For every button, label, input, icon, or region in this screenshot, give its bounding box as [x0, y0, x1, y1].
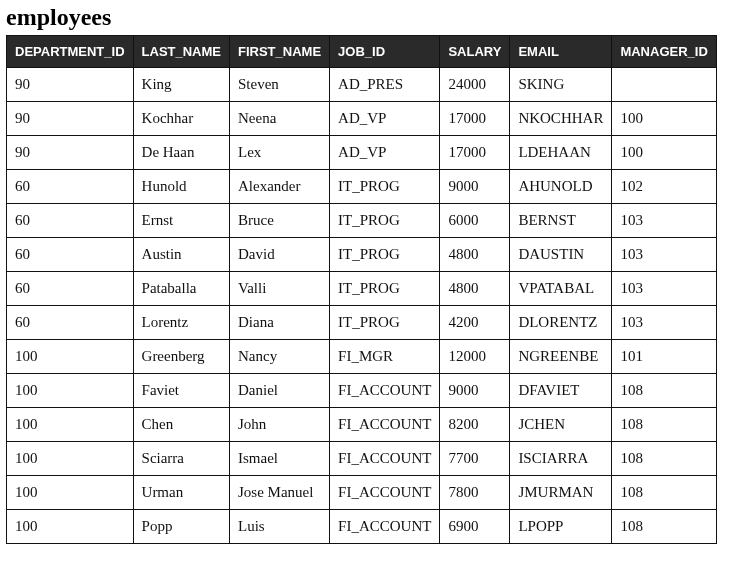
cell-email: NGREENBE [510, 340, 612, 374]
cell-salary: 6900 [440, 510, 510, 544]
cell-first-name: Daniel [230, 374, 330, 408]
table-row[interactable]: 100FavietDanielFI_ACCOUNT9000DFAVIET108 [7, 374, 717, 408]
cell-first-name: Alexander [230, 170, 330, 204]
cell-job-id: FI_ACCOUNT [330, 476, 440, 510]
cell-manager-id: 101 [612, 340, 716, 374]
cell-last-name: Hunold [133, 170, 229, 204]
col-last-name[interactable]: LAST_NAME [133, 36, 229, 68]
cell-first-name: Steven [230, 68, 330, 102]
cell-email: LPOPP [510, 510, 612, 544]
cell-job-id: IT_PROG [330, 170, 440, 204]
cell-email: ISCIARRA [510, 442, 612, 476]
cell-department-id: 100 [7, 374, 134, 408]
cell-last-name: King [133, 68, 229, 102]
cell-email: NKOCHHAR [510, 102, 612, 136]
table-row[interactable]: 60PataballaValliIT_PROG4800VPATABAL103 [7, 272, 717, 306]
cell-manager-id: 103 [612, 204, 716, 238]
cell-manager-id [612, 68, 716, 102]
cell-job-id: FI_ACCOUNT [330, 374, 440, 408]
cell-last-name: Pataballa [133, 272, 229, 306]
cell-manager-id: 108 [612, 476, 716, 510]
employees-table: DEPARTMENT_ID LAST_NAME FIRST_NAME JOB_I… [6, 35, 717, 544]
cell-department-id: 100 [7, 442, 134, 476]
cell-manager-id: 108 [612, 408, 716, 442]
cell-last-name: Kochhar [133, 102, 229, 136]
col-first-name[interactable]: FIRST_NAME [230, 36, 330, 68]
cell-salary: 24000 [440, 68, 510, 102]
cell-salary: 7800 [440, 476, 510, 510]
cell-department-id: 100 [7, 408, 134, 442]
cell-manager-id: 100 [612, 136, 716, 170]
cell-job-id: FI_MGR [330, 340, 440, 374]
cell-last-name: Ernst [133, 204, 229, 238]
cell-manager-id: 108 [612, 374, 716, 408]
cell-email: VPATABAL [510, 272, 612, 306]
cell-department-id: 90 [7, 102, 134, 136]
cell-manager-id: 103 [612, 272, 716, 306]
table-row[interactable]: 90De HaanLexAD_VP17000LDEHAAN100 [7, 136, 717, 170]
cell-salary: 9000 [440, 374, 510, 408]
table-header: DEPARTMENT_ID LAST_NAME FIRST_NAME JOB_I… [7, 36, 717, 68]
cell-first-name: Luis [230, 510, 330, 544]
cell-job-id: AD_PRES [330, 68, 440, 102]
table-row[interactable]: 100PoppLuisFI_ACCOUNT6900LPOPP108 [7, 510, 717, 544]
cell-manager-id: 108 [612, 442, 716, 476]
cell-first-name: Lex [230, 136, 330, 170]
cell-job-id: IT_PROG [330, 306, 440, 340]
cell-job-id: IT_PROG [330, 238, 440, 272]
table-row[interactable]: 100GreenbergNancyFI_MGR12000NGREENBE101 [7, 340, 717, 374]
cell-department-id: 90 [7, 136, 134, 170]
col-salary[interactable]: SALARY [440, 36, 510, 68]
cell-email: DFAVIET [510, 374, 612, 408]
col-job-id[interactable]: JOB_ID [330, 36, 440, 68]
cell-first-name: Ismael [230, 442, 330, 476]
cell-first-name: Nancy [230, 340, 330, 374]
scroll-viewport[interactable]: employees DEPARTMENT_ID LAST_NAME FIRST_… [0, 0, 733, 567]
cell-email: BERNST [510, 204, 612, 238]
cell-department-id: 60 [7, 306, 134, 340]
cell-salary: 6000 [440, 204, 510, 238]
cell-first-name: Bruce [230, 204, 330, 238]
cell-job-id: FI_ACCOUNT [330, 408, 440, 442]
table-row[interactable]: 100SciarraIsmaelFI_ACCOUNT7700ISCIARRA10… [7, 442, 717, 476]
cell-department-id: 100 [7, 510, 134, 544]
cell-email: JMURMAN [510, 476, 612, 510]
cell-manager-id: 108 [612, 510, 716, 544]
cell-department-id: 60 [7, 272, 134, 306]
cell-last-name: Urman [133, 476, 229, 510]
table-row[interactable]: 60HunoldAlexanderIT_PROG9000AHUNOLD102 [7, 170, 717, 204]
table-row[interactable]: 60AustinDavidIT_PROG4800DAUSTIN103 [7, 238, 717, 272]
table-row[interactable]: 90KochharNeenaAD_VP17000NKOCHHAR100 [7, 102, 717, 136]
cell-last-name: Chen [133, 408, 229, 442]
cell-salary: 4200 [440, 306, 510, 340]
cell-department-id: 100 [7, 476, 134, 510]
cell-job-id: FI_ACCOUNT [330, 442, 440, 476]
table-row[interactable]: 100UrmanJose ManuelFI_ACCOUNT7800JMURMAN… [7, 476, 717, 510]
cell-first-name: Valli [230, 272, 330, 306]
header-row: DEPARTMENT_ID LAST_NAME FIRST_NAME JOB_I… [7, 36, 717, 68]
cell-first-name: Diana [230, 306, 330, 340]
cell-first-name: David [230, 238, 330, 272]
cell-email: JCHEN [510, 408, 612, 442]
cell-salary: 4800 [440, 238, 510, 272]
cell-last-name: Lorentz [133, 306, 229, 340]
cell-first-name: John [230, 408, 330, 442]
cell-last-name: Faviet [133, 374, 229, 408]
cell-first-name: Neena [230, 102, 330, 136]
table-row[interactable]: 90KingStevenAD_PRES24000SKING [7, 68, 717, 102]
content: employees DEPARTMENT_ID LAST_NAME FIRST_… [0, 0, 733, 548]
col-email[interactable]: EMAIL [510, 36, 612, 68]
cell-job-id: AD_VP [330, 136, 440, 170]
col-manager-id[interactable]: MANAGER_ID [612, 36, 716, 68]
cell-salary: 17000 [440, 136, 510, 170]
cell-email: AHUNOLD [510, 170, 612, 204]
cell-department-id: 60 [7, 204, 134, 238]
cell-job-id: AD_VP [330, 102, 440, 136]
cell-salary: 12000 [440, 340, 510, 374]
table-row[interactable]: 100ChenJohnFI_ACCOUNT8200JCHEN108 [7, 408, 717, 442]
table-row[interactable]: 60ErnstBruceIT_PROG6000BERNST103 [7, 204, 717, 238]
cell-department-id: 90 [7, 68, 134, 102]
col-department-id[interactable]: DEPARTMENT_ID [7, 36, 134, 68]
cell-first-name: Jose Manuel [230, 476, 330, 510]
table-row[interactable]: 60LorentzDianaIT_PROG4200DLORENTZ103 [7, 306, 717, 340]
